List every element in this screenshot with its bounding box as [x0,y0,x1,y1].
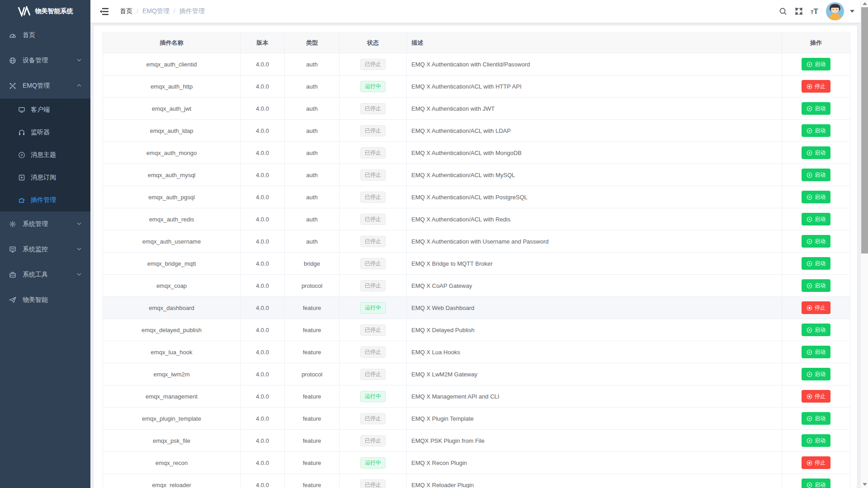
table-row: emqx_auth_ldap4.0.0auth已停止EMQ X Authenti… [103,120,850,142]
type-cell: auth [285,186,340,208]
status-badge: 运行中 [360,81,386,92]
breadcrumb-plugins: 插件管理 [179,7,205,15]
start-plugin-button[interactable]: 启动 [802,434,830,447]
search-icon[interactable] [779,7,787,15]
status-badge: 已停止 [360,280,386,291]
actions-cell: 启动 [782,186,850,208]
start-plugin-button[interactable]: 启动 [802,257,830,270]
page-scrollbar[interactable] [860,0,868,488]
caret-down-icon[interactable] [850,10,854,13]
play-circle-icon [807,482,812,488]
version-cell: 4.0.0 [241,208,285,230]
type-cell: feature [285,341,340,363]
plugin-name-cell: emqx_plugin_template [103,408,241,429]
start-plugin-button[interactable]: 启动 [802,346,830,358]
sidebar-item-emq[interactable]: EMQ管理 [0,73,90,99]
scrollbar-down-arrow[interactable] [863,483,867,486]
breadcrumb-home[interactable]: 首页 [120,7,132,15]
status-cell: 运行中 [340,75,407,97]
type-cell: feature [285,319,340,341]
type-cell: feature [285,474,340,488]
description-cell: EMQ X Lua Hooks [407,341,782,363]
play-circle-icon [807,327,812,333]
fullscreen-icon[interactable] [795,7,803,15]
table-row: emqx_auth_pgsql4.0.0auth已停止EMQ X Authent… [103,186,850,208]
start-plugin-button[interactable]: 启动 [802,58,830,70]
stop-plugin-button[interactable]: 停止 [802,390,830,403]
status-badge: 已停止 [360,59,386,70]
version-cell: 4.0.0 [241,53,285,75]
start-plugin-button[interactable]: 启动 [802,169,830,181]
plugin-name-cell: emqx_auth_pgsql [103,186,241,208]
action-button-label: 启动 [815,282,826,290]
sidebar-item-clients[interactable]: 客户端 [0,99,90,121]
sidebar-item-home[interactable]: 首页 [0,23,90,48]
plugin-name-cell: emqx_auth_username [103,230,241,252]
play-circle-icon [807,216,812,222]
type-cell: auth [285,142,340,164]
start-plugin-button[interactable]: 启动 [802,412,830,425]
table-row: emqx_auth_redis4.0.0auth已停止EMQ X Authent… [103,208,850,230]
plugin-icon [18,197,25,204]
actions-cell: 启动 [782,474,850,488]
sidebar-item-subscriptions[interactable]: 消息订阅 [0,166,90,189]
play-circle-icon [807,371,812,377]
start-plugin-button[interactable]: 启动 [802,102,830,115]
status-cell: 已停止 [340,474,407,488]
sidebar-item-label: 客户端 [31,106,50,114]
table-body: emqx_auth_clientid4.0.0auth已停止EMQ X Auth… [103,53,850,488]
stop-plugin-button[interactable]: 停止 [802,80,830,93]
description-cell: EMQ X Authentication/ACL with MongoDB [407,142,782,164]
start-plugin-button[interactable]: 启动 [802,191,830,203]
chevron-down-icon [77,273,81,276]
actions-cell: 启动 [782,164,850,186]
monitor-icon [9,246,16,253]
start-plugin-button[interactable]: 启动 [802,479,830,488]
type-cell: bridge [285,253,340,274]
topic-icon: # [18,151,25,159]
sidebar-item-devices[interactable]: 设备管理 [0,48,90,73]
scrollbar-thumb[interactable] [861,7,868,253]
sidebar-item-label: 插件管理 [31,196,56,204]
play-circle-icon [807,283,812,289]
col-header-description: 描述 [407,33,782,53]
stop-plugin-button[interactable]: 停止 [802,301,830,314]
start-plugin-button[interactable]: 启动 [802,279,830,292]
play-circle-icon [807,106,812,112]
plugin-name-cell: emqx_auth_mongo [103,142,241,164]
sidebar-item-topics[interactable]: # 消息主题 [0,144,90,166]
status-cell: 已停止 [340,142,407,164]
start-plugin-button[interactable]: 启动 [802,324,830,336]
table-row: emqx_bridge_mqtt4.0.0bridge已停止EMQ X Brid… [103,253,850,275]
start-plugin-button[interactable]: 启动 [802,124,830,137]
description-cell: EMQ X Reloader Plugin [407,474,782,488]
status-cell: 运行中 [340,385,407,407]
plugin-name-cell: emqx_coap [103,275,241,296]
col-header-plugin-name: 插件名称 [103,33,241,53]
status-badge: 运行中 [360,302,386,314]
actions-cell: 启动 [782,275,850,296]
start-plugin-button[interactable]: 启动 [802,213,830,225]
start-plugin-button[interactable]: 启动 [802,235,830,248]
stop-plugin-button[interactable]: 停止 [802,456,830,469]
font-size-icon[interactable]: TT [811,8,818,15]
sidebar-item-wumei[interactable]: 物美智能 [0,287,90,313]
sidebar-fold-icon[interactable] [100,8,109,15]
sidebar-item-system-monitor[interactable]: 系统监控 [0,237,90,262]
sidebar-item-system-tools[interactable]: 系统工具 [0,262,90,287]
scrollbar-up-arrow[interactable] [863,2,867,5]
start-plugin-button[interactable]: 启动 [802,368,830,380]
action-button-label: 启动 [815,105,826,113]
play-circle-icon [807,172,812,178]
sidebar-item-plugins[interactable]: 插件管理 [0,189,90,211]
sidebar-item-system-mgmt[interactable]: 系统管理 [0,211,90,237]
actions-cell: 启动 [782,408,850,429]
start-plugin-button[interactable]: 启动 [802,146,830,159]
action-button-label: 启动 [815,171,826,179]
sidebar-item-listeners[interactable]: 监听器 [0,121,90,144]
action-button-label: 启动 [815,326,826,334]
table-row: emqx_auth_username4.0.0auth已停止EMQ X Auth… [103,230,850,253]
avatar[interactable] [826,2,844,20]
action-button-label: 停止 [815,459,826,467]
plugin-name-cell: emqx_lua_hook [103,341,241,363]
